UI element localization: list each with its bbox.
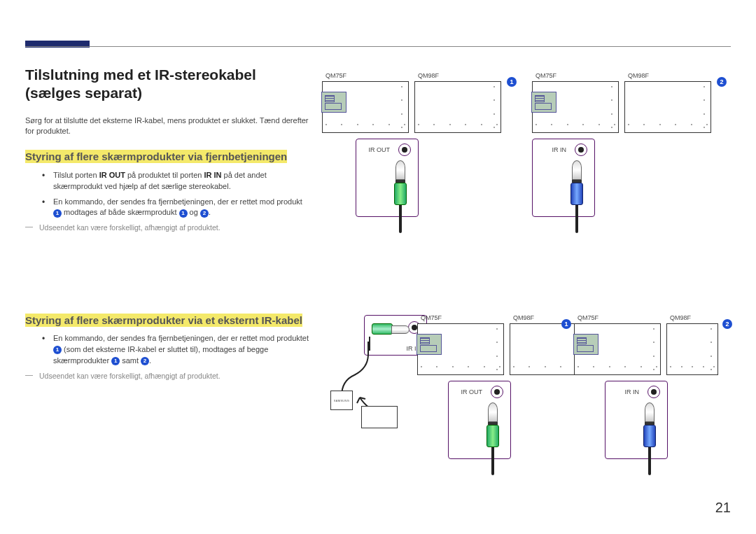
bullet-1: Tilslut porten IR OUT på produktet til p… [53, 170, 312, 192]
ir-in-label-3: IR IN [624, 388, 639, 395]
badge-2b-inline: 2 [141, 357, 149, 365]
jack-blue-icon [570, 160, 583, 233]
ir-out-label-1: IR OUT [369, 146, 391, 153]
b1-mid: på produktet til porten [125, 171, 204, 179]
left-column-section2: Styring af flere skærmprodukter via et e… [25, 314, 319, 381]
b2-og: og [188, 208, 200, 216]
model-label-1a: QM75F [326, 72, 346, 79]
ir-sensor-unit-icon [330, 391, 353, 410]
port-hole-icon [648, 386, 660, 398]
model-label-1b: QM98F [418, 72, 439, 79]
ir-out-box-2: IR OUT [448, 381, 511, 459]
model-label-2c: QM75F [578, 314, 598, 321]
port-hole-icon [575, 143, 587, 156]
panel-1b: QM98F [414, 81, 501, 133]
ir-out-box-1: IR OUT [356, 139, 419, 217]
diagram2-badge2: 2 [722, 319, 732, 329]
panel-2d: QM98F [666, 323, 718, 375]
jack-green-icon [394, 160, 407, 233]
sub2-title-wrap: Styring af flere skærmprodukter via et e… [25, 314, 319, 328]
section2-bullets: En kommando, der sendes fra fjernbetjeni… [53, 333, 319, 367]
badge-1-inline: 1 [53, 209, 62, 218]
b2-pre: En kommando, der sendes fra fjernbetjeni… [53, 197, 302, 206]
section1-note: Udseendet kan være forskelligt, afhængig… [39, 223, 312, 233]
badge-2-inline: 2 [200, 209, 209, 218]
sub1-title: Styring af flere skærmprodukter via fjer… [25, 150, 287, 163]
panel-1d: QM98F [624, 81, 711, 133]
badge-1b-inline: 1 [179, 209, 188, 218]
diagram2-badge1: 1 [561, 319, 571, 329]
page-number: 21 [715, 500, 731, 516]
b2-end: . [209, 208, 211, 216]
ir-in-box-2: IR IN [605, 381, 668, 459]
ir-out-label-2: IR OUT [461, 388, 483, 395]
board-icon [321, 92, 346, 113]
diagram-2: IR IN QM75F QM98F 1 QM75F QM98F 2 IR [322, 312, 735, 466]
jack-small-icon [372, 323, 410, 335]
s2-end: . [149, 356, 151, 365]
model-label-1c: QM75F [536, 72, 556, 79]
port-hole-icon [491, 386, 503, 398]
panel-2c: QM75F [574, 323, 661, 375]
board-icon [573, 334, 598, 355]
model-label-1d: QM98F [628, 72, 649, 79]
ir-in-label-1: IR IN [552, 146, 566, 153]
remote-outline-icon [361, 406, 398, 428]
bullet-s2: En kommando, der sendes fra fjernbetjeni… [53, 333, 319, 367]
s2-mid1: (som det eksterne IR-kabel er sluttet ti… [53, 345, 268, 365]
model-label-2b: QM98F [513, 314, 534, 321]
bullet-2: En kommando, der sendes fra fjernbetjeni… [53, 197, 312, 219]
section1-title: Tilslutning med et IR-stereokabel (sælge… [25, 66, 312, 103]
sub2-title: Styring af flere skærmprodukter via et e… [25, 314, 302, 327]
model-label-2d: QM98F [670, 314, 691, 321]
jack-green-icon [486, 402, 499, 475]
board-icon [416, 334, 442, 355]
board-icon [531, 92, 556, 113]
section2-note: Udseendet kan være forskelligt, afhængig… [39, 371, 319, 381]
badge-1c-inline: 1 [53, 346, 62, 354]
panel-2a: QM75F [417, 323, 504, 375]
model-label-2a: QM75F [421, 314, 442, 321]
jack-blue-icon [643, 402, 656, 475]
b2-mid: modtages af både skærmprodukt [62, 208, 179, 216]
section1-bullets: Tilslut porten IR OUT på produktet til p… [53, 170, 312, 219]
panel-1a: QM75F [322, 81, 409, 133]
b1-bold1: IR OUT [99, 171, 125, 179]
port-hole-icon [398, 143, 411, 156]
diagram1-badge1: 1 [507, 77, 517, 87]
diagram1-badge2: 2 [717, 77, 727, 87]
badge-1d-inline: 1 [111, 357, 120, 365]
ir-in-box-1: IR IN [532, 139, 595, 217]
s2-pre: En kommando, der sendes fra fjernbetjeni… [53, 334, 309, 342]
b1-bold2: IR IN [204, 171, 221, 179]
sub1-title-wrap: Styring af flere skærmprodukter via fjer… [25, 150, 312, 164]
left-column-section1: Tilslutning med et IR-stereokabel (sælge… [25, 66, 312, 233]
panel-1c: QM75F [532, 81, 619, 133]
b1-pre: Tilslut porten [53, 171, 99, 179]
top-rule [25, 46, 731, 47]
section1-intro: Sørg for at tilslutte det eksterne IR-ka… [25, 115, 312, 138]
s2-mid2: samt [120, 356, 141, 365]
diagram-1: QM75F QM98F 1 QM75F QM98F 2 IR OUT IR IN [322, 70, 735, 224]
